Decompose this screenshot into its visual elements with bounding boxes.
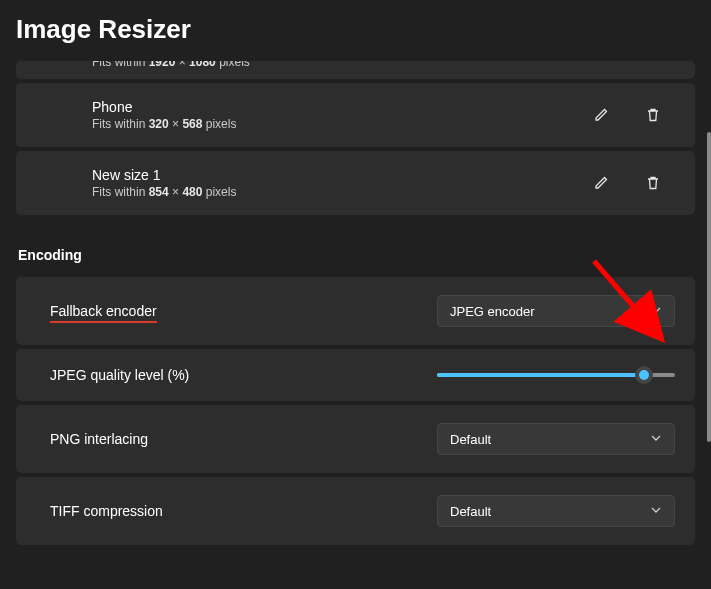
preset-fits: Fits within 320 × 568 pixels <box>92 117 236 131</box>
png-interlacing-label: PNG interlacing <box>50 431 148 447</box>
jpeg-quality-label: JPEG quality level (%) <box>50 367 189 383</box>
edit-icon[interactable] <box>589 171 613 195</box>
preset-name: New size 1 <box>92 167 236 183</box>
preset-fits: Fits within 854 × 480 pixels <box>92 185 236 199</box>
tiff-compression-label: TIFF compression <box>50 503 163 519</box>
chevron-down-icon <box>650 304 662 319</box>
png-interlacing-row: PNG interlacing Default <box>16 405 695 473</box>
chevron-down-icon <box>650 432 662 447</box>
png-interlacing-dropdown[interactable]: Default <box>437 423 675 455</box>
chevron-down-icon <box>650 504 662 519</box>
preset-name: Phone <box>92 99 236 115</box>
scrollbar[interactable] <box>707 132 711 442</box>
fallback-encoder-dropdown[interactable]: JPEG encoder <box>437 295 675 327</box>
preset-fits: Fits within 1920 × 1080 pixels <box>92 61 250 69</box>
jpeg-quality-row: JPEG quality level (%) <box>16 349 695 401</box>
preset-row[interactable]: Fits within 1920 × 1080 pixels <box>16 61 695 79</box>
content-panel: Fits within 1920 × 1080 pixels Phone Fit… <box>0 61 711 581</box>
jpeg-quality-slider[interactable] <box>437 373 675 377</box>
tiff-compression-row: TIFF compression Default <box>16 477 695 545</box>
encoding-header: Encoding <box>18 247 695 263</box>
tiff-compression-dropdown[interactable]: Default <box>437 495 675 527</box>
delete-icon[interactable] <box>641 171 665 195</box>
preset-row[interactable]: Phone Fits within 320 × 568 pixels <box>16 83 695 147</box>
fallback-encoder-row: Fallback encoder JPEG encoder <box>16 277 695 345</box>
edit-icon[interactable] <box>589 103 613 127</box>
preset-row[interactable]: New size 1 Fits within 854 × 480 pixels <box>16 151 695 215</box>
page-title: Image Resizer <box>0 0 711 61</box>
delete-icon[interactable] <box>641 103 665 127</box>
fallback-encoder-label: Fallback encoder <box>50 303 157 319</box>
